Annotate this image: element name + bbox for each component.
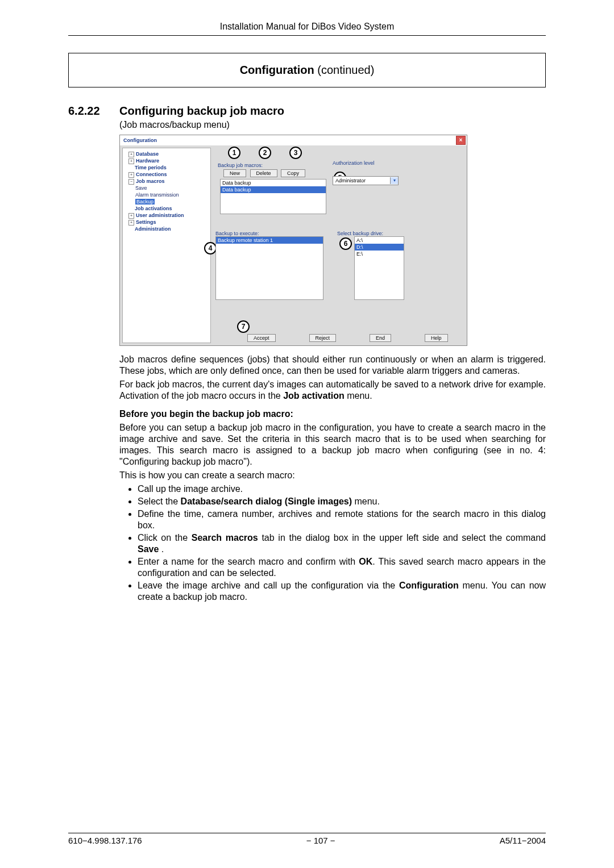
list-item: Enter a name for the search macro and co… xyxy=(138,556,546,579)
banner: Configuration (continued) xyxy=(68,53,546,87)
doc-title: Installation Manual for DiBos Video Syst… xyxy=(68,22,546,32)
list-item[interactable]: Backup remote station 1 xyxy=(216,237,323,244)
tree-useradm[interactable]: User administration xyxy=(136,212,184,218)
tree-jobact[interactable]: Job activations xyxy=(135,206,172,211)
sub-heading: Before you begin the backup job macro: xyxy=(119,408,546,420)
text: menu. xyxy=(345,391,372,400)
screenshot: Configuration × +Database +Hardware Time… xyxy=(119,135,467,346)
bold: Search macros xyxy=(192,533,258,542)
tree-connections[interactable]: Connections xyxy=(136,172,167,177)
accept-button[interactable]: Accept xyxy=(247,334,276,342)
footer: 610−4.998.137.176 − 107 − A5/11−2004 xyxy=(68,833,546,845)
end-button[interactable]: End xyxy=(370,334,391,342)
auth-combo[interactable]: Administrator ▾ xyxy=(333,176,399,185)
bold: Configuration xyxy=(399,581,459,590)
tree-settings[interactable]: Settings xyxy=(136,219,156,225)
text: . xyxy=(159,544,164,554)
section-number: 6.2.22 xyxy=(68,105,119,118)
tree-admin[interactable]: Administration xyxy=(135,226,171,232)
bold: Job activation xyxy=(283,391,345,400)
list-item: Select the Database/search dialog (Singl… xyxy=(138,496,546,507)
tree-hardware[interactable]: Hardware xyxy=(136,158,159,164)
group-exec: Backup to execute: xyxy=(215,231,323,236)
text: tab in the dialog box in the upper left … xyxy=(258,533,546,542)
banner-bold: Configuration xyxy=(240,64,314,76)
body-text: Job macros define sequences (jobs) that … xyxy=(119,354,546,603)
callout-7: 7 xyxy=(237,320,250,333)
footer-left: 610−4.998.137.176 xyxy=(68,836,142,845)
window-title: Configuration xyxy=(123,137,157,143)
window-titlebar: Configuration × xyxy=(120,135,467,145)
list-item[interactable]: E:\ xyxy=(355,251,404,257)
text: Enter a name for the search macro and co… xyxy=(138,557,359,566)
text: Leave the image archive and call up the … xyxy=(138,581,399,590)
bold: Database/search dialog (Single images) xyxy=(181,496,352,506)
list-item: Leave the image archive and call up the … xyxy=(138,580,546,603)
footer-right: A5/11−2004 xyxy=(500,836,546,845)
para: Job macros define sequences (jobs) that … xyxy=(119,354,546,377)
rule xyxy=(68,35,546,36)
tree-time[interactable]: Time periods xyxy=(135,165,167,170)
close-icon[interactable]: × xyxy=(456,136,466,145)
new-button[interactable]: New xyxy=(223,169,246,177)
tree-jobmacros[interactable]: Job macros xyxy=(136,178,165,184)
banner-rest: (continued) xyxy=(314,64,375,76)
help-button[interactable]: Help xyxy=(425,334,448,342)
footer-page: − 107 − xyxy=(306,836,335,845)
delete-button[interactable]: Delete xyxy=(250,169,277,177)
section-title: Configuring backup job macro xyxy=(119,105,284,118)
drive-list[interactable]: A:\ D:\ E:\ xyxy=(354,236,404,300)
tree-database[interactable]: Database xyxy=(136,151,159,157)
callout-1: 1 xyxy=(228,147,240,159)
callout-3: 3 xyxy=(289,147,302,159)
macros-list[interactable]: Data backup Data backup xyxy=(220,179,326,214)
bullet-list: Call up the image archive. Select the Da… xyxy=(119,483,546,603)
nav-tree[interactable]: +Database +Hardware Time periods +Connec… xyxy=(122,148,211,343)
group-drive: Select backup drive: xyxy=(337,231,405,236)
exec-list[interactable]: Backup remote station 1 xyxy=(215,236,323,300)
chevron-down-icon[interactable]: ▾ xyxy=(390,177,398,184)
para: This is how you can create a search macr… xyxy=(119,470,546,481)
copy-button[interactable]: Copy xyxy=(281,169,305,177)
tree-alarm[interactable]: Alarm transmission xyxy=(135,192,179,198)
bold: OK xyxy=(359,557,372,566)
list-item[interactable]: Data backup xyxy=(221,186,326,193)
text: Click on the xyxy=(138,533,192,542)
para: For back job macros, the current day's i… xyxy=(119,379,546,402)
list-item[interactable]: A:\ xyxy=(355,237,404,244)
list-item: Click on the Search macros tab in the di… xyxy=(138,532,546,555)
callout-2: 2 xyxy=(259,147,271,159)
text: Select the xyxy=(138,496,181,506)
list-item[interactable]: Data backup xyxy=(221,180,326,186)
list-item: Call up the image archive. xyxy=(138,483,546,495)
auth-value: Administrator xyxy=(335,178,366,183)
text: menu. xyxy=(352,496,380,506)
tree-backup[interactable]: Backup xyxy=(135,199,155,205)
section-subtitle: (Job macros/backup menu) xyxy=(119,120,546,130)
group-auth: Authorization level xyxy=(333,160,399,166)
para: Before you can setup a backup job macro … xyxy=(119,422,546,468)
list-item: Define the time, camera number, archives… xyxy=(138,508,546,531)
bold: Save xyxy=(138,544,159,554)
tree-save[interactable]: Save xyxy=(135,185,147,191)
callout-4: 4 xyxy=(204,242,217,254)
list-item[interactable]: D:\ xyxy=(355,244,404,251)
reject-button[interactable]: Reject xyxy=(309,334,337,342)
